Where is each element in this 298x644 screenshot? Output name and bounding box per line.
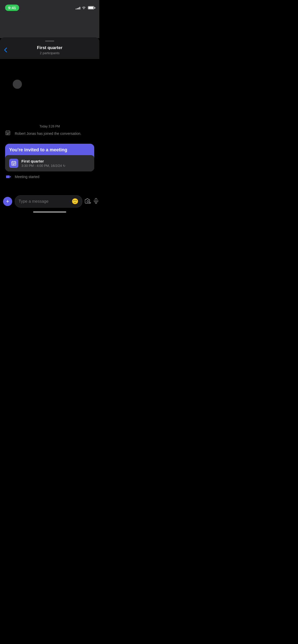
chat-area: Today 3:26 PM Robert Jonas has joined th… <box>0 54 99 194</box>
sheet-handle <box>45 40 54 42</box>
status-bar: 9:41 <box>0 0 99 12</box>
status-time: 9:41 <box>5 5 19 11</box>
meeting-name: First quarter <box>21 159 90 163</box>
add-button[interactable]: + <box>3 197 12 206</box>
system-join-text: Robert Jonas has joined the conversation… <box>15 131 82 136</box>
svg-rect-15 <box>15 164 15 164</box>
meeting-started-row: Meeting started <box>0 173 99 180</box>
invite-title: You're invited to a meeting <box>9 147 90 153</box>
svg-rect-19 <box>95 198 97 201</box>
message-input-container[interactable]: 🙂 <box>15 195 82 208</box>
svg-rect-14 <box>13 164 14 164</box>
svg-rect-13 <box>12 164 13 164</box>
svg-rect-16 <box>12 165 13 165</box>
svg-rect-6 <box>9 133 9 134</box>
avatar <box>13 80 22 89</box>
sheet-subtitle: 2 participants <box>0 51 99 55</box>
svg-rect-4 <box>7 133 7 134</box>
svg-rect-17 <box>13 165 14 165</box>
message-input[interactable] <box>19 199 70 204</box>
meeting-invite-card[interactable]: You're invited to a meeting First quarte… <box>5 144 94 171</box>
svg-point-18 <box>87 200 89 202</box>
back-button[interactable] <box>4 47 7 54</box>
signal-bars-icon <box>76 6 80 9</box>
emoji-button[interactable]: 🙂 <box>72 198 78 205</box>
sheet-header: First quarter 2 participants <box>0 37 99 59</box>
svg-rect-8 <box>8 134 8 135</box>
meeting-time: 3:30 PM - 4:00 PM, 16/2/24 ↻ <box>21 164 90 168</box>
system-join-message: Robert Jonas has joined the conversation… <box>0 130 99 137</box>
camera-button[interactable] <box>85 198 91 205</box>
svg-rect-5 <box>8 133 8 134</box>
chat-timestamp: Today 3:26 PM <box>0 125 99 128</box>
mic-button[interactable] <box>93 198 99 205</box>
refresh-icon: ↻ <box>63 164 65 168</box>
calendar-system-icon <box>5 130 12 137</box>
meeting-details-card[interactable]: First quarter 3:30 PM - 4:00 PM, 16/2/24… <box>5 155 94 171</box>
svg-rect-7 <box>7 134 7 135</box>
meeting-started-text: Meeting started <box>15 175 39 179</box>
video-icon <box>5 173 12 180</box>
meeting-calendar-icon <box>9 159 18 168</box>
status-icons <box>76 6 94 10</box>
wifi-icon <box>82 6 86 10</box>
sheet-title: First quarter <box>0 45 99 50</box>
battery-icon <box>88 6 94 9</box>
meeting-info: First quarter 3:30 PM - 4:00 PM, 16/2/24… <box>21 159 90 168</box>
home-indicator <box>33 211 66 213</box>
